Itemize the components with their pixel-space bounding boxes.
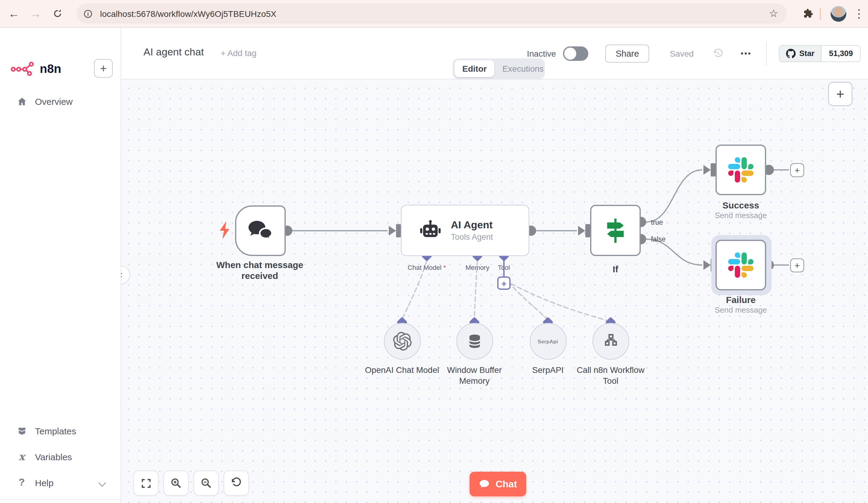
edge-if-false-failure [646, 239, 702, 265]
node-ai-agent[interactable]: AI Agent Tools Agent [401, 205, 529, 256]
chat-button-label: Chat [495, 479, 517, 490]
output-label-false: false [651, 235, 666, 243]
activation-toggle[interactable] [563, 46, 589, 61]
slack-icon [728, 252, 754, 278]
page: ← → localhost:5678/workflow/xWy6Oj5TBEUH… [0, 0, 868, 503]
sidebar-item-variables[interactable]: x Variables [0, 447, 121, 467]
trigger-bolt-icon [218, 220, 232, 240]
browser-forward-icon[interactable]: → [25, 0, 46, 27]
subnode-label: Window Buffer Memory [435, 365, 514, 386]
chevron-down-icon [98, 479, 106, 486]
templates-box-icon [16, 426, 28, 436]
subnode-label: Call n8n Workflow Tool [575, 365, 647, 386]
subnode-serpapi[interactable]: SerpApi [529, 323, 566, 360]
main-panel: AI agent chat + Add tag Inactive Share S… [121, 28, 868, 503]
github-star-label: Star [799, 49, 815, 58]
sidebar-item-label: Templates [35, 426, 76, 436]
browser-toolbar: ← → localhost:5678/workflow/xWy6Oj5TBEUH… [0, 0, 868, 28]
site-info-icon[interactable] [83, 9, 93, 18]
view-tabs: Editor Executions [453, 59, 545, 79]
open-chat-button[interactable]: Chat [469, 472, 526, 496]
edge-if-true-success [646, 170, 702, 222]
browser-back-icon[interactable]: ← [3, 0, 24, 27]
if-input-port[interactable] [585, 224, 590, 237]
success-input-arrow [703, 165, 711, 175]
n8n-logo-icon [11, 61, 35, 76]
add-workflow-button[interactable]: + [94, 59, 113, 78]
chat-trigger-icon [247, 219, 274, 243]
share-button[interactable]: Share [606, 44, 649, 62]
add-tool-button[interactable]: + [497, 276, 510, 290]
robot-icon [418, 220, 442, 241]
header-divider [766, 41, 767, 66]
chat-bubble-icon [479, 478, 490, 490]
bookmark-star-icon[interactable]: ☆ [769, 3, 778, 23]
history-icon[interactable] [712, 47, 724, 59]
if-signpost-icon [602, 217, 629, 244]
subnode-label: OpenAI Chat Model [363, 365, 441, 375]
success-input-port[interactable] [711, 163, 715, 177]
workflow-title[interactable]: AI agent chat [143, 46, 204, 59]
tab-editor[interactable]: Editor [455, 60, 495, 77]
toggle-knob [565, 47, 577, 59]
subnode-openai-chat-model[interactable] [384, 323, 421, 360]
workflow-canvas[interactable]: ‹ + [121, 80, 868, 503]
node-subtitle: Tools Agent [451, 232, 493, 242]
node-success[interactable] [715, 145, 766, 195]
edge-tool-workflow [511, 284, 607, 321]
port-label-text: Chat Model [407, 264, 442, 271]
node-label: When chat message received [211, 260, 309, 282]
sidebar-collapse-button[interactable]: ‹ [121, 266, 130, 284]
address-bar[interactable]: localhost:5678/workflow/xWy6Oj5TBEUHzo5X… [76, 3, 787, 23]
url-text[interactable]: localhost:5678/workflow/xWy6Oj5TBEUHzo5X [100, 9, 276, 18]
canvas-controls [133, 471, 249, 496]
browser-menu-icon[interactable]: ⋮ [850, 0, 868, 27]
browser-refresh-icon[interactable] [47, 0, 68, 27]
tab-executions[interactable]: Executions [495, 60, 551, 77]
extensions-puzzle-icon[interactable] [802, 8, 814, 19]
n8n-logo[interactable]: n8n [11, 61, 61, 76]
node-failure[interactable] [715, 240, 766, 290]
output-label-true: true [651, 218, 663, 226]
agent-input-arrow [389, 226, 396, 235]
node-when-chat-message-received[interactable] [235, 206, 286, 256]
sitemap-icon [602, 333, 619, 350]
database-icon [466, 333, 483, 350]
github-star-widget[interactable]: Star 51,309 [779, 45, 861, 62]
sidebar-item-label: Overview [35, 96, 73, 106]
edge-tool-serpapi [508, 282, 546, 318]
saved-status: Saved [670, 49, 693, 58]
if-input-arrow [578, 226, 585, 235]
sidebar-item-help[interactable]: ? Help [0, 472, 121, 493]
required-mark: * [443, 264, 446, 271]
agent-input-port[interactable] [396, 224, 401, 237]
browser-profile-avatar[interactable] [831, 6, 846, 21]
port-label-tool: Tool [489, 264, 519, 271]
sidebar-item-templates[interactable]: Templates [0, 420, 121, 441]
sidebar: n8n + Overview Templates [0, 28, 121, 503]
reset-zoom-button[interactable] [224, 471, 249, 496]
zoom-in-button[interactable] [163, 471, 189, 496]
slack-icon [728, 157, 754, 182]
node-title: AI Agent [451, 219, 493, 231]
canvas-add-node-button[interactable]: + [828, 82, 852, 106]
sidebar-item-overview[interactable]: Overview [0, 91, 121, 112]
github-icon [786, 49, 796, 58]
zoom-out-button[interactable] [194, 471, 219, 496]
port-label-chat-model: Chat Model * [395, 264, 458, 271]
zoom-to-fit-button[interactable] [133, 471, 158, 496]
subnode-window-buffer-memory[interactable] [456, 323, 493, 360]
failure-input-arrow [703, 260, 711, 270]
node-if[interactable] [590, 205, 641, 256]
failure-add-node-button[interactable]: + [790, 259, 804, 272]
workflow-header: AI agent chat + Add tag Inactive Share S… [121, 28, 868, 80]
github-star-count: 51,309 [822, 45, 860, 61]
success-add-node-button[interactable]: + [790, 163, 804, 177]
help-question-icon: ? [16, 476, 28, 489]
activation-status-label: Inactive [527, 49, 556, 58]
add-tag-button[interactable]: + Add tag [220, 48, 257, 58]
sidebar-divider [0, 500, 121, 500]
subnode-call-n8n-workflow-tool[interactable] [592, 323, 629, 360]
serpapi-logo-text: SerpApi [538, 338, 558, 344]
workflow-menu-dots-icon[interactable]: ••• [741, 49, 752, 58]
